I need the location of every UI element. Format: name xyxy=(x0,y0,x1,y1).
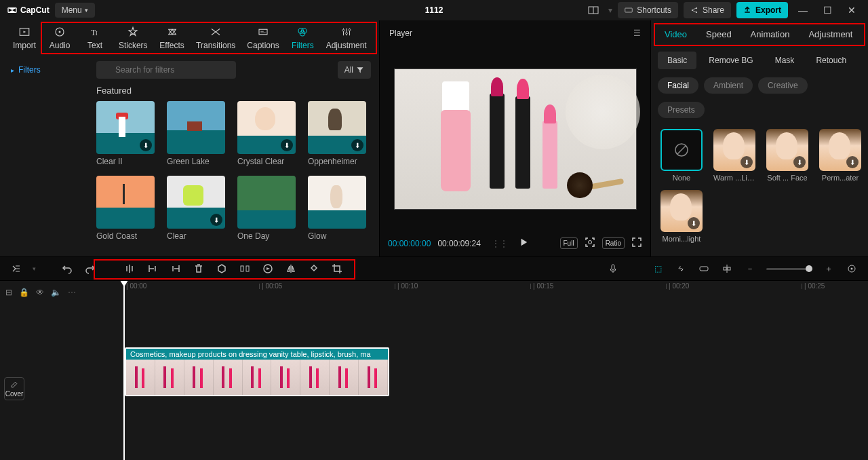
download-icon[interactable]: ⬇ xyxy=(210,214,222,226)
preset-item[interactable]: ⬇Perm...ater xyxy=(819,129,861,182)
collapse-icon[interactable]: ⊟ xyxy=(5,288,12,297)
download-icon[interactable]: ⬇ xyxy=(281,139,293,151)
chip-creative[interactable]: Creative xyxy=(758,77,808,94)
download-icon[interactable]: ⬇ xyxy=(793,156,806,168)
redo-button[interactable] xyxy=(83,262,97,275)
zoom-out-icon[interactable]: － xyxy=(743,262,757,275)
menu-button[interactable]: Menu▾ xyxy=(55,3,95,18)
freeze-button[interactable] xyxy=(238,262,252,275)
maximize-button[interactable]: ☐ xyxy=(818,1,837,20)
filter-item[interactable]: ⬇Oppenheimer xyxy=(308,101,366,166)
all-filter-button[interactable]: All xyxy=(338,61,371,79)
reverse-button[interactable] xyxy=(261,262,275,275)
zoom-fit-icon[interactable] xyxy=(845,262,859,275)
minimize-button[interactable]: — xyxy=(793,1,812,20)
align-icon[interactable] xyxy=(720,262,734,275)
tab-effects[interactable]: Effects xyxy=(153,23,190,53)
filter-item[interactable]: One Day xyxy=(237,176,296,241)
split-button[interactable] xyxy=(123,262,136,275)
svg-point-26 xyxy=(588,241,591,244)
chip-facial[interactable]: Facial xyxy=(658,77,698,94)
filter-item[interactable]: ⬇Clear II xyxy=(96,101,155,166)
svg-rect-33 xyxy=(612,265,614,270)
export-button[interactable]: Export xyxy=(736,2,788,18)
chip-presets[interactable]: Presets xyxy=(658,102,705,118)
preset-item[interactable]: ⬇Soft ... Face xyxy=(766,129,808,182)
svg-point-39 xyxy=(851,268,853,270)
prop-tab-animation[interactable]: Animation xyxy=(741,24,800,45)
magnet-icon[interactable]: ⬚ xyxy=(651,262,665,275)
zoom-slider[interactable] xyxy=(766,268,812,270)
svg-rect-30 xyxy=(241,266,243,271)
tab-import[interactable]: Import xyxy=(7,23,42,53)
tab-transitions[interactable]: Transitions xyxy=(191,23,241,53)
fullscreen-icon[interactable] xyxy=(631,237,642,250)
close-button[interactable]: ✕ xyxy=(842,1,861,20)
crop-button[interactable] xyxy=(330,262,344,275)
timeline-ruler[interactable]: | 00:00 | 00:05 | 00:10 | 00:15 | 00:20 … xyxy=(88,281,868,297)
prop-tab-adjustment[interactable]: Adjustment xyxy=(799,24,862,45)
subtab-mask[interactable]: Mask xyxy=(766,52,804,69)
cover-button[interactable]: Cover xyxy=(4,377,24,400)
download-icon[interactable]: ⬇ xyxy=(846,156,859,168)
preset-item[interactable]: ⬇Warm ...Light xyxy=(713,129,755,182)
filter-item[interactable]: Gold Coast xyxy=(96,176,155,241)
trim-right-button[interactable] xyxy=(169,262,182,275)
mic-icon[interactable] xyxy=(606,262,620,275)
mirror-button[interactable] xyxy=(284,262,298,275)
search-input[interactable] xyxy=(96,61,236,79)
prop-tab-speed[interactable]: Speed xyxy=(696,24,741,45)
lock-icon[interactable]: 🔒 xyxy=(19,288,29,297)
timeline[interactable]: | 00:00 | 00:05 | 00:10 | 00:15 | 00:20 … xyxy=(88,281,868,460)
tab-adjustment[interactable]: Adjustment xyxy=(320,23,372,53)
layout-icon[interactable] xyxy=(584,1,603,20)
subtab-retouch[interactable]: Retouch xyxy=(806,52,856,69)
tab-text[interactable]: TIText xyxy=(77,23,113,53)
rotate-button[interactable] xyxy=(307,262,321,275)
preview-icon[interactable] xyxy=(697,262,711,275)
share-button[interactable]: Share xyxy=(684,2,731,18)
mark-button[interactable] xyxy=(215,262,229,275)
eye-icon[interactable]: 👁 xyxy=(36,288,44,297)
auto-icon[interactable] xyxy=(9,262,23,275)
tab-stickers[interactable]: Stickers xyxy=(113,23,153,53)
shortcuts-button[interactable]: Shortcuts xyxy=(618,2,678,18)
download-icon[interactable]: ⬇ xyxy=(688,217,700,229)
play-button[interactable] xyxy=(515,237,532,249)
hamburger-icon[interactable]: ☰ xyxy=(633,28,641,38)
trim-left-button[interactable] xyxy=(146,262,159,275)
tab-audio[interactable]: Audio xyxy=(42,23,77,53)
undo-button[interactable] xyxy=(60,262,74,275)
filter-item[interactable]: ⬇Crystal Clear xyxy=(237,101,296,166)
tab-captions[interactable]: Captions xyxy=(241,23,285,53)
download-icon[interactable]: ⬇ xyxy=(351,139,363,151)
adjustment-icon xyxy=(340,26,353,38)
effects-icon xyxy=(166,26,178,38)
sidebar-item-filters[interactable]: Filters xyxy=(5,61,83,79)
mute-icon[interactable]: 🔈 xyxy=(51,288,61,297)
preset-none[interactable]: None xyxy=(660,129,703,182)
filter-item[interactable]: ⬇Clear xyxy=(167,176,225,241)
link-icon[interactable] xyxy=(674,262,688,275)
subtab-removebg[interactable]: Remove BG xyxy=(699,52,762,69)
grip-icon[interactable]: ⋮⋮ xyxy=(492,239,508,248)
filter-item[interactable]: Glow xyxy=(308,176,366,241)
filter-item[interactable]: Green Lake xyxy=(167,101,225,166)
filters-icon xyxy=(296,26,309,38)
chip-ambient[interactable]: Ambient xyxy=(704,77,753,94)
prop-tab-video[interactable]: Video xyxy=(655,24,696,45)
subtab-basic[interactable]: Basic xyxy=(658,52,696,69)
video-clip[interactable]: Cosmetics, makeup products on dressing v… xyxy=(125,347,389,396)
playhead[interactable] xyxy=(123,281,125,460)
timecode-duration: 00:00:09:24 xyxy=(437,239,480,248)
download-icon[interactable]: ⬇ xyxy=(140,139,152,151)
full-button[interactable]: Full xyxy=(560,237,578,249)
tab-filters[interactable]: Filters xyxy=(285,23,320,53)
preset-item[interactable]: ⬇Morni...light xyxy=(660,190,703,243)
ratio-button[interactable]: Ratio xyxy=(602,237,625,249)
scan-icon[interactable] xyxy=(585,237,595,250)
delete-button[interactable] xyxy=(192,262,205,275)
preview-canvas[interactable] xyxy=(394,69,637,210)
zoom-in-icon[interactable]: ＋ xyxy=(822,262,835,275)
download-icon[interactable]: ⬇ xyxy=(741,156,753,168)
